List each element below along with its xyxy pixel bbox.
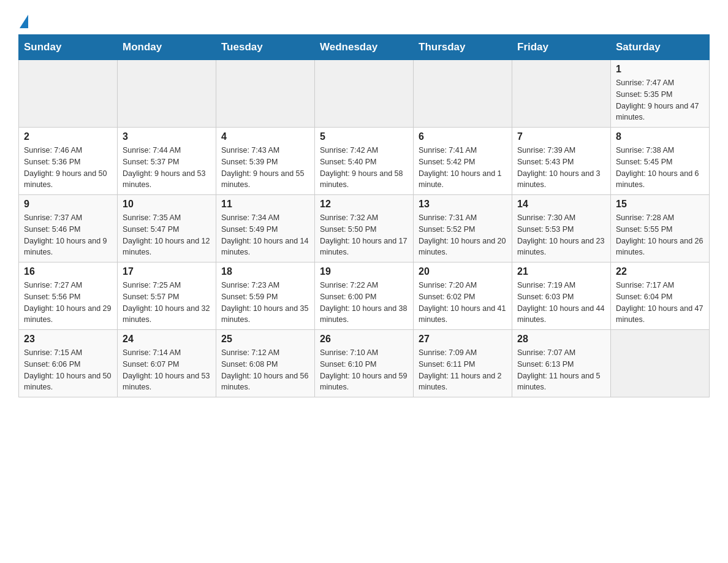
- calendar-cell: 21Sunrise: 7:19 AMSunset: 6:03 PMDayligh…: [512, 262, 611, 330]
- day-of-week-header: Friday: [512, 35, 611, 60]
- day-number: 1: [616, 64, 704, 75]
- calendar-cell: 23Sunrise: 7:15 AMSunset: 6:06 PMDayligh…: [19, 330, 118, 397]
- calendar-cell: 18Sunrise: 7:23 AMSunset: 5:59 PMDayligh…: [216, 262, 315, 330]
- calendar-cell: 15Sunrise: 7:28 AMSunset: 5:55 PMDayligh…: [611, 195, 710, 262]
- day-info: Sunrise: 7:30 AMSunset: 5:53 PMDaylight:…: [517, 212, 605, 258]
- day-number: 4: [221, 131, 309, 142]
- calendar-week-row: 2Sunrise: 7:46 AMSunset: 5:36 PMDaylight…: [19, 128, 710, 195]
- day-number: 11: [221, 199, 309, 210]
- day-info: Sunrise: 7:22 AMSunset: 6:00 PMDaylight:…: [320, 280, 408, 326]
- day-number: 10: [123, 199, 211, 210]
- day-info: Sunrise: 7:20 AMSunset: 6:02 PMDaylight:…: [419, 280, 507, 326]
- day-of-week-header: Tuesday: [216, 35, 315, 60]
- day-of-week-header: Sunday: [19, 35, 118, 60]
- day-info: Sunrise: 7:14 AMSunset: 6:07 PMDaylight:…: [123, 347, 211, 393]
- day-number: 20: [419, 266, 507, 277]
- calendar-cell: [216, 60, 315, 128]
- calendar-cell: [19, 60, 118, 128]
- day-info: Sunrise: 7:41 AMSunset: 5:42 PMDaylight:…: [419, 145, 507, 191]
- day-info: Sunrise: 7:34 AMSunset: 5:49 PMDaylight:…: [221, 212, 309, 258]
- day-info: Sunrise: 7:09 AMSunset: 6:11 PMDaylight:…: [419, 347, 507, 393]
- day-info: Sunrise: 7:07 AMSunset: 6:13 PMDaylight:…: [517, 347, 605, 393]
- logo-triangle-icon: [20, 15, 28, 28]
- calendar-cell: 4Sunrise: 7:43 AMSunset: 5:39 PMDaylight…: [216, 128, 315, 195]
- day-info: Sunrise: 7:42 AMSunset: 5:40 PMDaylight:…: [320, 145, 408, 191]
- calendar-week-row: 1Sunrise: 7:47 AMSunset: 5:35 PMDaylight…: [19, 60, 710, 128]
- calendar-week-row: 16Sunrise: 7:27 AMSunset: 5:56 PMDayligh…: [19, 262, 710, 330]
- calendar-cell: 10Sunrise: 7:35 AMSunset: 5:47 PMDayligh…: [118, 195, 216, 262]
- calendar-cell: 7Sunrise: 7:39 AMSunset: 5:43 PMDaylight…: [512, 128, 611, 195]
- day-info: Sunrise: 7:43 AMSunset: 5:39 PMDaylight:…: [221, 145, 309, 191]
- calendar-cell: [611, 330, 710, 397]
- calendar-cell: 12Sunrise: 7:32 AMSunset: 5:50 PMDayligh…: [315, 195, 414, 262]
- calendar-cell: 6Sunrise: 7:41 AMSunset: 5:42 PMDaylight…: [414, 128, 512, 195]
- day-info: Sunrise: 7:46 AMSunset: 5:36 PMDaylight:…: [24, 145, 112, 191]
- day-number: 6: [419, 131, 507, 142]
- calendar-cell: 2Sunrise: 7:46 AMSunset: 5:36 PMDaylight…: [19, 128, 118, 195]
- day-number: 14: [517, 199, 605, 210]
- calendar-cell: 11Sunrise: 7:34 AMSunset: 5:49 PMDayligh…: [216, 195, 315, 262]
- calendar-cell: [414, 60, 512, 128]
- day-number: 5: [320, 131, 408, 142]
- day-info: Sunrise: 7:10 AMSunset: 6:10 PMDaylight:…: [320, 347, 408, 393]
- day-number: 25: [221, 334, 309, 345]
- calendar-table: SundayMondayTuesdayWednesdayThursdayFrid…: [18, 34, 710, 397]
- calendar-cell: 14Sunrise: 7:30 AMSunset: 5:53 PMDayligh…: [512, 195, 611, 262]
- day-number: 13: [419, 199, 507, 210]
- calendar-cell: 20Sunrise: 7:20 AMSunset: 6:02 PMDayligh…: [414, 262, 512, 330]
- day-info: Sunrise: 7:25 AMSunset: 5:57 PMDaylight:…: [123, 280, 211, 326]
- day-number: 3: [123, 131, 211, 142]
- day-info: Sunrise: 7:32 AMSunset: 5:50 PMDaylight:…: [320, 212, 408, 258]
- day-number: 23: [24, 334, 112, 345]
- day-info: Sunrise: 7:31 AMSunset: 5:52 PMDaylight:…: [419, 212, 507, 258]
- day-info: Sunrise: 7:28 AMSunset: 5:55 PMDaylight:…: [616, 212, 704, 258]
- calendar-cell: 22Sunrise: 7:17 AMSunset: 6:04 PMDayligh…: [611, 262, 710, 330]
- day-number: 2: [24, 131, 112, 142]
- calendar-cell: 13Sunrise: 7:31 AMSunset: 5:52 PMDayligh…: [414, 195, 512, 262]
- calendar-cell: 8Sunrise: 7:38 AMSunset: 5:45 PMDaylight…: [611, 128, 710, 195]
- calendar-cell: 3Sunrise: 7:44 AMSunset: 5:37 PMDaylight…: [118, 128, 216, 195]
- day-number: 12: [320, 199, 408, 210]
- day-info: Sunrise: 7:39 AMSunset: 5:43 PMDaylight:…: [517, 145, 605, 191]
- calendar-cell: 9Sunrise: 7:37 AMSunset: 5:46 PMDaylight…: [19, 195, 118, 262]
- day-number: 28: [517, 334, 605, 345]
- day-of-week-header: Wednesday: [315, 35, 414, 60]
- calendar-week-row: 9Sunrise: 7:37 AMSunset: 5:46 PMDaylight…: [19, 195, 710, 262]
- day-number: 7: [517, 131, 605, 142]
- day-number: 19: [320, 266, 408, 277]
- day-number: 26: [320, 334, 408, 345]
- calendar-cell: 5Sunrise: 7:42 AMSunset: 5:40 PMDaylight…: [315, 128, 414, 195]
- calendar-cell: [118, 60, 216, 128]
- calendar-cell: 26Sunrise: 7:10 AMSunset: 6:10 PMDayligh…: [315, 330, 414, 397]
- day-of-week-header: Saturday: [611, 35, 710, 60]
- calendar-cell: 28Sunrise: 7:07 AMSunset: 6:13 PMDayligh…: [512, 330, 611, 397]
- calendar-cell: 19Sunrise: 7:22 AMSunset: 6:00 PMDayligh…: [315, 262, 414, 330]
- day-number: 18: [221, 266, 309, 277]
- day-of-week-header: Thursday: [414, 35, 512, 60]
- day-of-week-header: Monday: [118, 35, 216, 60]
- day-info: Sunrise: 7:12 AMSunset: 6:08 PMDaylight:…: [221, 347, 309, 393]
- day-info: Sunrise: 7:15 AMSunset: 6:06 PMDaylight:…: [24, 347, 112, 393]
- logo: [18, 12, 28, 28]
- page-header: [18, 12, 710, 28]
- calendar-week-row: 23Sunrise: 7:15 AMSunset: 6:06 PMDayligh…: [19, 330, 710, 397]
- calendar-cell: 27Sunrise: 7:09 AMSunset: 6:11 PMDayligh…: [414, 330, 512, 397]
- day-info: Sunrise: 7:38 AMSunset: 5:45 PMDaylight:…: [616, 145, 704, 191]
- day-number: 21: [517, 266, 605, 277]
- day-number: 15: [616, 199, 704, 210]
- calendar-cell: [512, 60, 611, 128]
- day-info: Sunrise: 7:47 AMSunset: 5:35 PMDaylight:…: [616, 77, 704, 123]
- day-number: 8: [616, 131, 704, 142]
- calendar-cell: 1Sunrise: 7:47 AMSunset: 5:35 PMDaylight…: [611, 60, 710, 128]
- day-info: Sunrise: 7:37 AMSunset: 5:46 PMDaylight:…: [24, 212, 112, 258]
- calendar-cell: 17Sunrise: 7:25 AMSunset: 5:57 PMDayligh…: [118, 262, 216, 330]
- calendar-cell: 25Sunrise: 7:12 AMSunset: 6:08 PMDayligh…: [216, 330, 315, 397]
- day-number: 27: [419, 334, 507, 345]
- calendar-cell: 24Sunrise: 7:14 AMSunset: 6:07 PMDayligh…: [118, 330, 216, 397]
- day-number: 17: [123, 266, 211, 277]
- day-number: 22: [616, 266, 704, 277]
- day-info: Sunrise: 7:35 AMSunset: 5:47 PMDaylight:…: [123, 212, 211, 258]
- calendar-header-row: SundayMondayTuesdayWednesdayThursdayFrid…: [19, 35, 710, 60]
- day-info: Sunrise: 7:19 AMSunset: 6:03 PMDaylight:…: [517, 280, 605, 326]
- day-number: 9: [24, 199, 112, 210]
